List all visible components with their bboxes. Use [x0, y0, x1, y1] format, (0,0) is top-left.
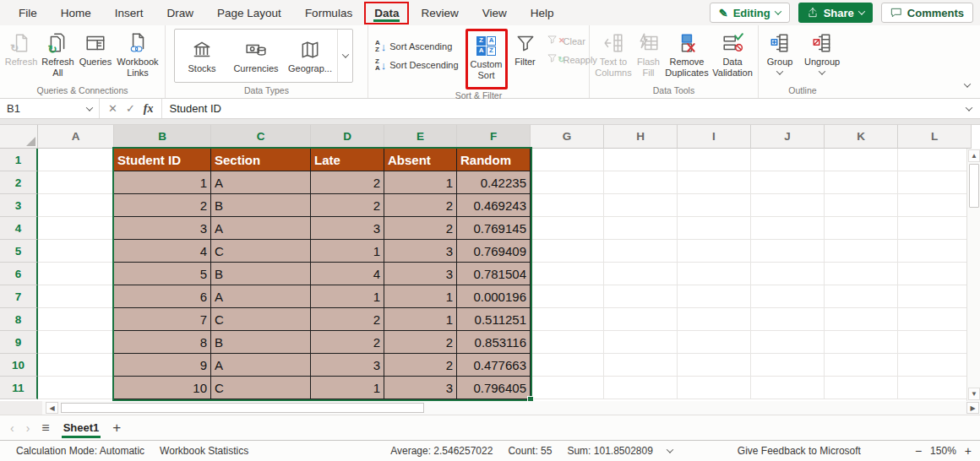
- cell-K2[interactable]: [825, 171, 898, 194]
- cell-D6[interactable]: 4: [311, 263, 384, 285]
- tab-file[interactable]: File: [7, 2, 49, 24]
- cell-G5[interactable]: [531, 240, 604, 263]
- cell-F5[interactable]: 0.769409: [457, 240, 531, 263]
- cell-B7[interactable]: 6: [114, 285, 211, 308]
- cell-H6[interactable]: [604, 263, 678, 285]
- cell-A3[interactable]: [38, 194, 114, 217]
- column-header-K[interactable]: K: [825, 125, 898, 149]
- refresh-all-button[interactable]: ↻ Refresh All: [39, 29, 77, 78]
- next-sheet-icon[interactable]: ›: [26, 422, 30, 434]
- cell-K4[interactable]: [825, 217, 898, 240]
- cell-K6[interactable]: [825, 263, 898, 285]
- cell-K7[interactable]: [825, 285, 898, 308]
- cell-K9[interactable]: [825, 331, 898, 354]
- cell-J11[interactable]: [751, 377, 825, 399]
- row-header-3[interactable]: 3: [0, 194, 38, 217]
- cell-I8[interactable]: [678, 308, 751, 331]
- cell-A5[interactable]: [38, 240, 114, 263]
- cell-G4[interactable]: [531, 217, 604, 240]
- cell-K10[interactable]: [825, 354, 898, 377]
- column-header-B[interactable]: B: [114, 125, 211, 149]
- tab-formulas[interactable]: Formulas: [293, 2, 364, 24]
- cell-I4[interactable]: [678, 217, 751, 240]
- cell-G1[interactable]: [531, 149, 604, 171]
- cell-K11[interactable]: [825, 377, 898, 399]
- cell-H2[interactable]: [604, 171, 678, 194]
- cell-F1[interactable]: Random: [457, 149, 531, 171]
- ungroup-button[interactable]: Ungroup: [801, 29, 843, 75]
- cell-F4[interactable]: 0.769145: [457, 217, 531, 240]
- previous-sheet-icon[interactable]: ‹: [10, 422, 14, 434]
- cell-J3[interactable]: [751, 194, 825, 217]
- row-header-8[interactable]: 8: [0, 308, 38, 331]
- cell-C9[interactable]: B: [211, 331, 311, 354]
- cell-L2[interactable]: [898, 171, 972, 194]
- cell-A10[interactable]: [38, 354, 114, 377]
- insert-function-icon[interactable]: fx: [144, 102, 154, 116]
- cell-D1[interactable]: Late: [311, 149, 384, 171]
- share-button[interactable]: Share: [798, 3, 873, 23]
- column-header-G[interactable]: G: [531, 125, 604, 149]
- cell-D9[interactable]: 2: [311, 331, 384, 354]
- cell-K1[interactable]: [825, 149, 898, 171]
- row-header-5[interactable]: 5: [0, 240, 38, 263]
- cell-I1[interactable]: [678, 149, 751, 171]
- select-all-button[interactable]: [0, 125, 38, 149]
- cell-E1[interactable]: Absent: [384, 149, 457, 171]
- sort-descending-button[interactable]: ZA↓ Sort Descending: [372, 56, 462, 74]
- cell-E11[interactable]: 3: [384, 377, 457, 399]
- row-header-6[interactable]: 6: [0, 263, 38, 285]
- cell-I5[interactable]: [678, 240, 751, 263]
- cancel-entry-icon[interactable]: ✕: [108, 102, 117, 115]
- cell-C6[interactable]: B: [211, 263, 311, 285]
- cell-B9[interactable]: 8: [114, 331, 211, 354]
- cell-E9[interactable]: 2: [384, 331, 457, 354]
- column-header-L[interactable]: L: [898, 125, 972, 149]
- cell-H10[interactable]: [604, 354, 678, 377]
- cell-B5[interactable]: 4: [114, 240, 211, 263]
- column-header-C[interactable]: C: [211, 125, 311, 149]
- cell-A7[interactable]: [38, 285, 114, 308]
- cell-E8[interactable]: 1: [384, 308, 457, 331]
- cell-J2[interactable]: [751, 171, 825, 194]
- cell-A1[interactable]: [38, 149, 114, 171]
- cell-A6[interactable]: [38, 263, 114, 285]
- scroll-right-button[interactable]: ▶: [966, 402, 979, 414]
- cell-E5[interactable]: 3: [384, 240, 457, 263]
- cell-F3[interactable]: 0.469243: [457, 194, 531, 217]
- scroll-down-button[interactable]: ▼: [968, 388, 980, 400]
- remove-duplicates-button[interactable]: Remove Duplicates: [663, 29, 710, 78]
- cell-J4[interactable]: [751, 217, 825, 240]
- tab-review[interactable]: Review: [409, 2, 470, 24]
- cell-A11[interactable]: [38, 377, 114, 399]
- row-header-9[interactable]: 9: [0, 331, 38, 354]
- cell-B8[interactable]: 7: [114, 308, 211, 331]
- cell-D7[interactable]: 1: [311, 285, 384, 308]
- cell-D4[interactable]: 3: [311, 217, 384, 240]
- cell-F2[interactable]: 0.42235: [457, 171, 531, 194]
- cell-G6[interactable]: [531, 263, 604, 285]
- cell-L4[interactable]: [898, 217, 972, 240]
- cell-G7[interactable]: [531, 285, 604, 308]
- cell-K3[interactable]: [825, 194, 898, 217]
- cell-C5[interactable]: C: [211, 240, 311, 263]
- workbook-links-button[interactable]: Workbook Links: [114, 29, 161, 78]
- cell-A9[interactable]: [38, 331, 114, 354]
- cell-J5[interactable]: [751, 240, 825, 263]
- cell-E6[interactable]: 3: [384, 263, 457, 285]
- data-types-gallery-more-button[interactable]: [337, 30, 352, 82]
- cell-D10[interactable]: 3: [311, 354, 384, 377]
- column-header-A[interactable]: A: [38, 125, 114, 149]
- cell-E3[interactable]: 2: [384, 194, 457, 217]
- cell-C10[interactable]: A: [211, 354, 311, 377]
- cell-H4[interactable]: [604, 217, 678, 240]
- tab-page-layout[interactable]: Page Layout: [205, 2, 293, 24]
- cell-B2[interactable]: 1: [114, 171, 211, 194]
- cell-I3[interactable]: [678, 194, 751, 217]
- scroll-up-button[interactable]: ▲: [968, 149, 980, 162]
- custom-sort-button[interactable]: ZAAZ Custom Sort: [466, 29, 508, 89]
- cell-C11[interactable]: C: [211, 377, 311, 399]
- cell-A4[interactable]: [38, 217, 114, 240]
- cell-D3[interactable]: 2: [311, 194, 384, 217]
- cell-L8[interactable]: [898, 308, 972, 331]
